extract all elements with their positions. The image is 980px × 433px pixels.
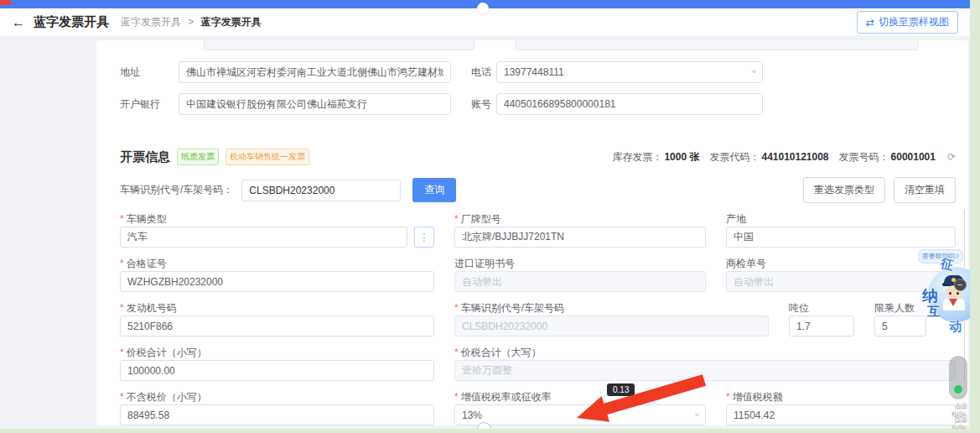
tax-amount-label: 增值税税额 xyxy=(733,391,783,403)
brand-model-input[interactable] xyxy=(454,227,706,248)
topbar-notch-handle[interactable] xyxy=(477,3,489,14)
price-without-tax-label: 不含税价（小写） xyxy=(127,391,207,403)
vin-query-label: 车辆识别代号/车架号码： xyxy=(120,183,233,197)
status-green-dot xyxy=(954,385,962,394)
breadcrumb-separator: > xyxy=(188,16,194,28)
address-input[interactable] xyxy=(179,61,451,83)
invoice-number-label: 发票号码： xyxy=(839,150,889,164)
tax-amount-input[interactable] xyxy=(726,404,956,425)
total-with-tax-caps-input xyxy=(454,360,956,381)
bank-account-row: 开户银行 账号 xyxy=(120,93,956,115)
query-button[interactable]: 查询 xyxy=(412,178,456,202)
switch-view-button[interactable]: ⇄ 切换至票样视图 xyxy=(857,11,958,34)
mascot-char-dong: 动 xyxy=(949,319,962,335)
tonnage-label: 吨位 xyxy=(789,302,809,314)
origin-input[interactable] xyxy=(726,227,956,248)
brand-model-label: 厂牌型号 xyxy=(461,213,501,225)
back-icon[interactable]: ← xyxy=(12,15,25,30)
engine-no-input[interactable] xyxy=(120,316,434,336)
total-with-tax-input[interactable] xyxy=(120,360,434,381)
address-phone-row: 地址 电话 ∨ xyxy=(120,61,956,83)
phone-label: 电话 xyxy=(471,65,496,80)
content-area: 地址 电话 ∨ 开户银行 账号 开票信息 纸质发票 机动车销售统一发票 库 xyxy=(0,36,970,429)
engine-no-label: 发动机号码 xyxy=(127,302,177,314)
bank-label: 开户银行 xyxy=(120,97,179,112)
invoice-form-card: 地址 电话 ∨ 开户银行 账号 开票信息 纸质发票 机动车销售统一发票 库 xyxy=(96,40,968,425)
account-input[interactable] xyxy=(496,93,763,115)
clipped-input-right xyxy=(516,40,918,50)
total-with-tax-caps-label: 价税合计（大写） xyxy=(461,347,542,358)
invoice-number-value: 60001001 xyxy=(891,151,936,163)
tax-rate-select[interactable] xyxy=(454,404,706,425)
stock-value: 1000 张 xyxy=(664,150,699,164)
mascot-char-hu: 互 xyxy=(927,304,940,320)
vin-query-input[interactable] xyxy=(241,180,401,201)
phone-select[interactable] xyxy=(496,61,763,83)
reselect-invoice-type-button[interactable]: 重选发票类型 xyxy=(803,177,885,203)
form-row-2: *合格证号 进口证明书号 商检单号 xyxy=(120,257,956,292)
form-row-3: *发动机号码 *车辆识别代号/车架号码 吨位 限乘人数 xyxy=(120,301,956,336)
breadcrumb: 蓝字发票开具 > 蓝字发票开具 xyxy=(121,15,262,29)
vin-query-row: 车辆识别代号/车架号码： 查询 重选发票类型 清空重填 xyxy=(120,177,956,203)
tax-rate-label: 增值税税率或征收率 xyxy=(461,391,552,403)
form-row-5: *不含税价（小写） 0.13 *增值税税率或征收率 ∨ *增值税税额 xyxy=(120,390,956,425)
inspection-no-label: 商检单号 xyxy=(726,258,766,269)
page-title: 蓝字发票开具 xyxy=(34,14,109,30)
clipped-scrolled-row xyxy=(120,40,956,51)
stock-info: 库存发票：1000 张 发票代码：441010121008 发票号码：60001… xyxy=(612,150,956,164)
invoice-code-value: 441010121008 xyxy=(761,151,828,163)
net-download-speed: 2.8 ↓K/s xyxy=(941,415,967,429)
collapse-assistant-icon[interactable]: − xyxy=(954,279,967,291)
vin-label: 车辆识别代号/车架号码 xyxy=(461,302,564,314)
breadcrumb-root[interactable]: 蓝字发票开具 xyxy=(121,16,181,28)
browser-red-tab xyxy=(0,0,11,5)
vin-input xyxy=(454,316,769,336)
bank-input[interactable] xyxy=(179,93,451,115)
clear-refill-button[interactable]: 清空重填 xyxy=(894,177,956,203)
invoice-section-header: 开票信息 纸质发票 机动车销售统一发票 库存发票：1000 张 发票代码：441… xyxy=(120,149,956,165)
more-options-icon[interactable]: ⋮ xyxy=(414,227,434,248)
form-row-4: *价税合计（小写） *价税合计（大写） xyxy=(120,346,956,381)
invoice-code-label: 发票代码： xyxy=(709,150,760,164)
vehicle-type-input[interactable] xyxy=(120,227,407,248)
account-label: 账号 xyxy=(471,97,496,112)
paper-invoice-tag: 纸质发票 xyxy=(177,149,219,165)
clipped-input-left xyxy=(204,40,474,50)
app-window: ← 蓝字发票开具 蓝字发票开具 > 蓝字发票开具 ⇄ 切换至票样视图 地址 电话 xyxy=(0,0,970,429)
price-without-tax-input[interactable] xyxy=(120,404,434,425)
refresh-icon[interactable]: ⟳ xyxy=(947,151,956,163)
origin-label: 产地 xyxy=(726,213,746,225)
overlay-pill xyxy=(949,356,967,399)
address-label: 地址 xyxy=(120,65,179,80)
swap-icon: ⇄ xyxy=(866,17,874,29)
certificate-no-input[interactable] xyxy=(120,271,434,292)
inspection-no-input xyxy=(726,271,956,292)
stock-label: 库存发票： xyxy=(612,150,662,164)
form-row-1: *车辆类型 ⋮ *厂牌型号 产地 xyxy=(120,212,956,248)
import-cert-no-input xyxy=(454,271,706,292)
tonnage-input[interactable] xyxy=(789,316,854,336)
vehicle-type-label: 车辆类型 xyxy=(127,213,167,225)
breadcrumb-current: 蓝字发票开具 xyxy=(201,16,262,28)
tax-rate-tooltip: 0.13 xyxy=(607,383,635,396)
passenger-limit-label: 限乘人数 xyxy=(874,302,915,314)
vehicle-invoice-tag: 机动车销售统一发票 xyxy=(226,149,309,165)
total-with-tax-label: 价税合计（小写） xyxy=(127,347,207,358)
section-title: 开票信息 xyxy=(120,149,170,165)
passenger-limit-input[interactable] xyxy=(874,316,926,336)
import-cert-no-label: 进口证明书号 xyxy=(454,258,515,269)
certificate-no-label: 合格证号 xyxy=(127,258,167,269)
